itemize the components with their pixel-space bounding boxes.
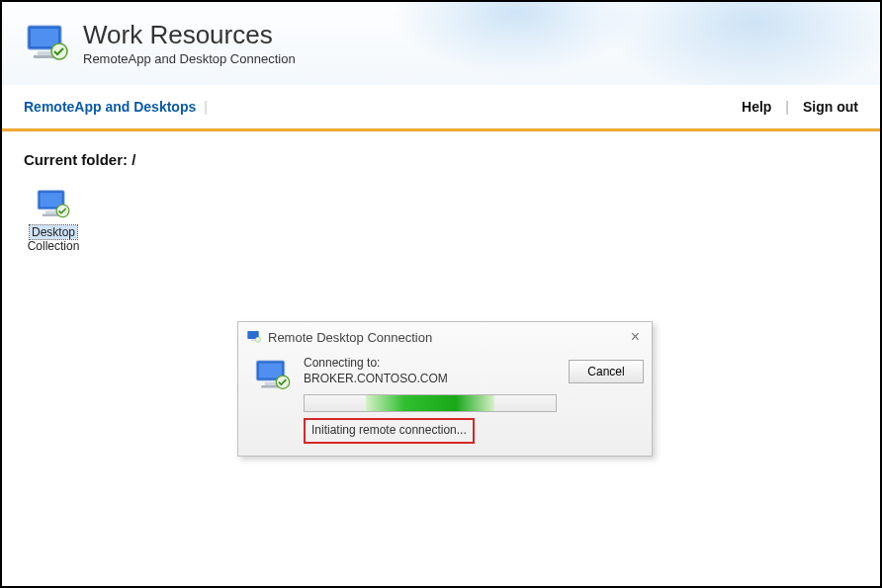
- svg-rect-6: [41, 193, 62, 207]
- app-title: Work Resources: [83, 21, 296, 49]
- dialog-body: Connecting to: BROKER.CONTOSO.COM Cancel…: [238, 352, 652, 456]
- content-area: Current folder: / Desktop Collection: [2, 131, 880, 273]
- progress-fill: [366, 395, 494, 411]
- status-text: Initiating remote connection...: [311, 423, 467, 437]
- item-desktop-collection[interactable]: Desktop Collection: [24, 186, 83, 253]
- nav-divider: |: [204, 99, 208, 115]
- rdc-body-icon: [252, 356, 294, 395]
- app-logo-icon: [24, 20, 71, 67]
- svg-rect-14: [259, 364, 282, 378]
- rdc-title-icon: [246, 329, 262, 345]
- svg-point-12: [255, 337, 260, 342]
- header: Work Resources RemoteApp and Desktop Con…: [2, 2, 880, 85]
- svg-rect-15: [265, 382, 277, 385]
- item-label-line1: Desktop: [30, 225, 77, 239]
- connecting-host: BROKER.CONTOSO.COM: [304, 372, 557, 387]
- nav-remoteapp-link[interactable]: RemoteApp and Desktops: [24, 99, 196, 115]
- nav-separator: |: [785, 99, 789, 115]
- cancel-button[interactable]: Cancel: [569, 360, 644, 383]
- svg-rect-1: [31, 29, 58, 46]
- desktop-collection-icon: [33, 186, 74, 223]
- dialog-titlebar: Remote Desktop Connection ×: [238, 322, 652, 352]
- app-subtitle: RemoteApp and Desktop Connection: [83, 51, 296, 66]
- close-icon[interactable]: ×: [627, 328, 644, 346]
- dialog-title: Remote Desktop Connection: [268, 330, 432, 345]
- svg-rect-2: [38, 51, 51, 55]
- current-folder-label: Current folder: /: [24, 151, 858, 168]
- nav-help-link[interactable]: Help: [742, 99, 771, 115]
- status-highlight: Initiating remote connection...: [304, 418, 475, 444]
- rdc-dialog: Remote Desktop Connection × Connecting t…: [237, 321, 653, 457]
- item-label-line2: Collection: [24, 239, 83, 253]
- connecting-label: Connecting to:: [304, 356, 557, 372]
- progress-bar: [304, 394, 557, 412]
- items-list: Desktop Collection: [24, 186, 858, 253]
- nav-bar: RemoteApp and Desktops | Help | Sign out: [2, 85, 880, 128]
- nav-signout-link[interactable]: Sign out: [803, 99, 858, 115]
- header-text: Work Resources RemoteApp and Desktop Con…: [83, 21, 296, 66]
- svg-rect-7: [45, 210, 56, 213]
- svg-rect-11: [251, 340, 256, 341]
